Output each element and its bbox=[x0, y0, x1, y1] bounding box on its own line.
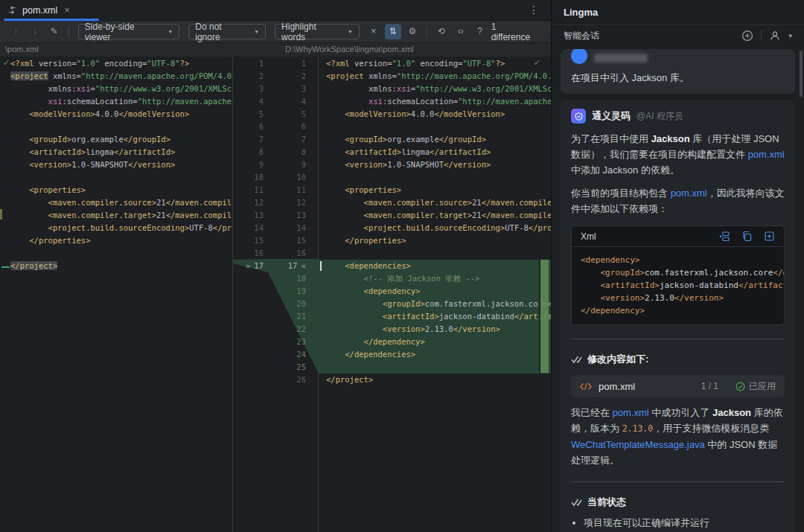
previous-difference-button[interactable]: ↑ bbox=[7, 24, 24, 39]
code-line-right[interactable]: <groupId>org.example</groupId> bbox=[319, 133, 551, 146]
code-line-right[interactable]: <modelVersion>4.0.0</modelVersion> bbox=[319, 108, 551, 121]
code-line-left[interactable] bbox=[0, 285, 232, 298]
account-chevron-icon[interactable]: ▾ bbox=[788, 32, 792, 39]
section-divider bbox=[571, 339, 785, 339]
code-line-left[interactable]: <maven.compiler.source>21</maven.compile… bbox=[0, 196, 232, 209]
code-line-right[interactable]: <maven.compiler.target>21</maven.compile… bbox=[319, 209, 551, 222]
tab-pom-xml[interactable]: pom.xml × bbox=[0, 0, 79, 20]
inline-link[interactable]: pom.xml bbox=[613, 407, 649, 418]
viewer-mode-select[interactable]: Side-by-side viewer ▼ bbox=[78, 24, 179, 39]
code-line-right[interactable]: <dependencies> bbox=[319, 260, 551, 272]
tab-close-icon[interactable]: × bbox=[64, 4, 70, 16]
code-line-right[interactable]: xsi:schemaLocation="http://maven.apache.… bbox=[319, 95, 551, 108]
code-line-left[interactable]: <artifactId>lingma</artifactId> bbox=[0, 146, 232, 158]
code-line-left[interactable] bbox=[0, 323, 232, 336]
code-line-right[interactable] bbox=[319, 121, 551, 133]
inline-link[interactable]: pom.xml bbox=[671, 188, 707, 199]
fold-marker-icon[interactable]: » bbox=[246, 260, 251, 272]
code-line-right[interactable]: <project xmlns="http://maven.apache.org/… bbox=[319, 70, 551, 83]
inline-link[interactable]: WeChatTemplateMessage.java bbox=[571, 439, 705, 450]
diff-panes: <?xml version="1.0" encoding="UTF-8"?><p… bbox=[0, 57, 551, 532]
swap-sides-button[interactable]: ⟲ bbox=[433, 24, 450, 39]
editor-more-menu-icon[interactable]: ⋮ bbox=[529, 4, 539, 16]
code-line-right[interactable] bbox=[319, 247, 551, 260]
left-file-path: \pom.xml bbox=[5, 45, 39, 54]
line-numbers-left: 12345678910111213141516»17 bbox=[233, 57, 269, 532]
code-line-left[interactable]: <maven.compiler.target>21</maven.compile… bbox=[0, 209, 232, 222]
chat-area[interactable]: 在项目中引入 Jackson 库。 通义灵码 @AI 程序员 为了在项目中使用 … bbox=[552, 46, 804, 532]
scrollbar-added-marker[interactable] bbox=[539, 260, 549, 373]
code-line-left[interactable]: xsi:schemaLocation="http://maven.apache.… bbox=[0, 95, 232, 108]
code-line-right[interactable]: <?xml version="1.0" encoding="UTF-8"?> bbox=[319, 57, 551, 70]
code-line-right[interactable]: <properties> bbox=[319, 184, 551, 196]
code-line-right[interactable]: </properties> bbox=[319, 234, 551, 247]
copy-code-icon[interactable] bbox=[741, 231, 753, 242]
diff-pane-left[interactable]: <?xml version="1.0" encoding="UTF-8"?><p… bbox=[0, 57, 233, 532]
ai-paragraph: 你当前的项目结构包含 pom.xml，因此我将向该文件中添加以下依赖项： bbox=[571, 185, 785, 217]
diff-pane-right[interactable]: <?xml version="1.0" encoding="UTF-8"?><p… bbox=[319, 57, 551, 532]
code-line-left[interactable]: xmlns:xsi="http://www.w3.org/2001/XMLSch… bbox=[0, 83, 232, 95]
toolbar-separator bbox=[68, 26, 69, 38]
code-line-left[interactable] bbox=[0, 361, 232, 374]
code-line-right[interactable]: <version>1.0-SNAPSHOT</version> bbox=[319, 158, 551, 171]
code-line-left[interactable]: </project> bbox=[0, 260, 232, 272]
code-line-right[interactable]: <project.build.sourceEncoding>UTF-8</pro… bbox=[319, 222, 551, 234]
code-line-left[interactable]: <project xmlns="http://maven.apache.org/… bbox=[0, 70, 232, 83]
code-line-right[interactable]: <maven.compiler.source>21</maven.compile… bbox=[319, 196, 551, 209]
code-line-left[interactable] bbox=[0, 121, 232, 133]
code-line-left[interactable]: <properties> bbox=[0, 184, 232, 196]
chat-scrollbar[interactable] bbox=[800, 51, 803, 97]
code-line-right[interactable] bbox=[319, 361, 551, 374]
code-line-right[interactable]: </project> bbox=[319, 374, 551, 386]
code-line-right[interactable]: <groupId>com.fasterxml.jackson.core</gro… bbox=[319, 298, 551, 310]
modified-file-chip[interactable]: pom.xml 1 / 1 已应用 bbox=[571, 375, 785, 397]
code-line-right[interactable]: <dependency> bbox=[319, 285, 551, 298]
code-line-right[interactable]: xmlns:xsi="http://www.w3.org/2001/XMLSch… bbox=[319, 83, 551, 95]
highlight-mode-select[interactable]: Highlight words ▼ bbox=[275, 24, 360, 39]
collapse-unchanged-button[interactable]: × bbox=[366, 24, 382, 39]
new-file-icon[interactable] bbox=[764, 231, 775, 242]
app-window: pom.xml × ⋮ ↑ ↓ ✎ Side-by-side viewer ▼ … bbox=[0, 0, 804, 532]
code-line-right[interactable]: </dependencies> bbox=[319, 348, 551, 361]
help-button[interactable]: ? bbox=[472, 24, 488, 39]
code-line-right[interactable]: <artifactId>lingma</artifactId> bbox=[319, 146, 551, 158]
code-line-right[interactable]: <artifactId>jackson-databind</artifactId… bbox=[319, 310, 551, 323]
code-line-right[interactable]: </dependency> bbox=[319, 336, 551, 348]
insert-at-cursor-icon[interactable] bbox=[719, 231, 730, 242]
diff-settings-button[interactable]: ⚙ bbox=[404, 24, 421, 39]
code-line-right[interactable]: <!-- 添加 Jackson 依赖 --> bbox=[319, 272, 551, 285]
code-line-left[interactable] bbox=[0, 336, 232, 348]
code-line-left[interactable]: <?xml version="1.0" encoding="UTF-8"?> bbox=[0, 57, 232, 70]
new-session-icon[interactable] bbox=[741, 30, 753, 42]
account-icon[interactable] bbox=[769, 30, 781, 42]
user-name-redacted bbox=[594, 54, 648, 63]
code-line-right[interactable] bbox=[319, 171, 551, 184]
code-line-left[interactable]: <modelVersion>4.0.0</modelVersion> bbox=[0, 108, 232, 121]
tab-smart-session[interactable]: 智能会话 bbox=[564, 30, 599, 42]
code-line-left[interactable] bbox=[0, 247, 232, 260]
code-line-left[interactable]: </properties> bbox=[0, 234, 232, 247]
code-line-left[interactable]: <version>1.0-SNAPSHOT</version> bbox=[0, 158, 232, 171]
jump-to-source-button[interactable]: ‹› bbox=[453, 24, 469, 39]
code-line-left[interactable] bbox=[0, 298, 232, 310]
tab-actions-divider bbox=[761, 31, 762, 41]
code-line-left[interactable] bbox=[0, 348, 232, 361]
fold-marker-icon[interactable]: « bbox=[301, 260, 306, 272]
chevron-down-icon: ▼ bbox=[254, 29, 259, 34]
lingma-logo-icon bbox=[571, 109, 586, 124]
code-line-left[interactable] bbox=[0, 374, 232, 386]
lingma-title: Lingma bbox=[564, 7, 598, 18]
edit-source-button[interactable]: ✎ bbox=[46, 24, 63, 39]
next-difference-button[interactable]: ↓ bbox=[27, 24, 43, 39]
code-line-left[interactable] bbox=[0, 310, 232, 323]
diff-tab-icon bbox=[7, 5, 17, 15]
code-line-left[interactable] bbox=[0, 272, 232, 285]
code-line-right[interactable]: <version>2.13.0</version> bbox=[319, 323, 551, 336]
code-line-left[interactable] bbox=[0, 171, 232, 184]
whitespace-ignore-select[interactable]: Do not ignore ▼ bbox=[188, 24, 266, 39]
code-line-left[interactable]: <groupId>org.example</groupId> bbox=[0, 133, 232, 146]
synchronize-scrolling-button[interactable]: ⇅ bbox=[385, 24, 401, 39]
inline-link[interactable]: pom.xml bbox=[748, 149, 785, 160]
inspection-ok-icon-left: ✓ bbox=[3, 58, 10, 68]
code-line-left[interactable]: <project.build.sourceEncoding>UTF-8</pro… bbox=[0, 222, 232, 234]
